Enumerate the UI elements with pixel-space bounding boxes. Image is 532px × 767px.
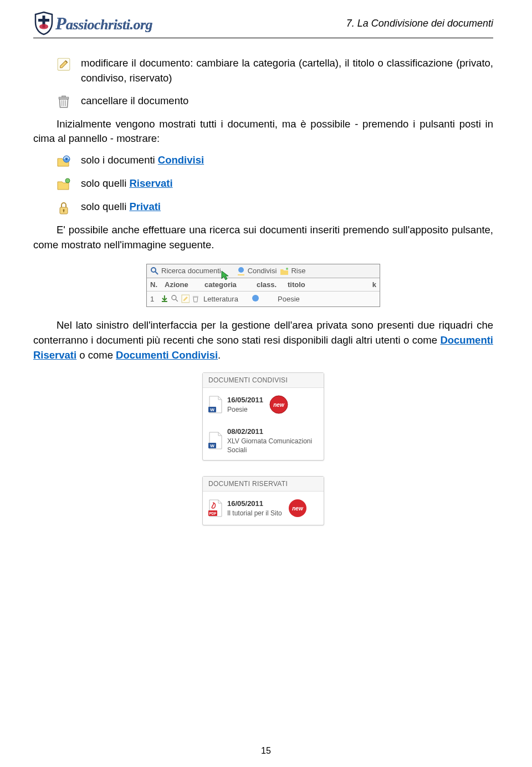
panel-condivisi: DOCUMENTI CONDIVISI W 16/05/2011 Poesie …	[202, 372, 324, 461]
toolbar-screenshot: Ricerca documenti Condivisi Rise N. Azio…	[146, 264, 380, 307]
svg-text:W: W	[210, 443, 214, 448]
page-number: 15	[0, 746, 532, 756]
panel-riservati-header: DOCUMENTI RISERVATI	[203, 477, 324, 492]
col-categoria: categoria	[204, 280, 249, 289]
page-header: Passiochristi.org 7. La Condivisione dei…	[33, 11, 493, 38]
svg-rect-4	[62, 96, 66, 97]
panel-item[interactable]: W 16/05/2011 Poesie new	[203, 388, 324, 421]
view-icon[interactable]	[171, 294, 180, 303]
col-k: k	[372, 280, 376, 289]
search-paragraph: E' possibile anche effettuare una ricerc…	[33, 223, 493, 253]
bullet-private: solo quelli Privati	[81, 200, 493, 214]
edit-row-icon[interactable]	[181, 294, 190, 303]
lock-icon	[57, 201, 71, 215]
col-n: N.	[150, 280, 157, 289]
svg-point-22	[252, 295, 259, 301]
word-doc-icon: W	[208, 396, 223, 413]
svg-point-9	[66, 158, 68, 160]
download-icon[interactable]	[160, 294, 169, 303]
svg-line-15	[155, 272, 158, 274]
svg-line-19	[176, 299, 178, 301]
panel-riservati: DOCUMENTI RISERVATI PDF 16/05/2011 Il tu…	[202, 476, 324, 525]
panel-condivisi-header: DOCUMENTI CONDIVISI	[203, 373, 324, 388]
link-condivisi[interactable]: Condivisi	[158, 154, 204, 166]
table-row: 1 Letteratura Poesie	[147, 292, 380, 306]
svg-point-17	[286, 268, 288, 270]
shared-button[interactable]: Condivisi	[237, 267, 277, 275]
svg-text:new: new	[292, 505, 304, 512]
svg-rect-21	[193, 296, 198, 297]
trash-row-icon[interactable]	[191, 294, 200, 303]
svg-rect-1	[38, 19, 49, 22]
shield-icon	[33, 11, 54, 35]
chapter-title: 7. La Condivisione dei documenti	[346, 18, 493, 29]
svg-point-14	[151, 268, 156, 272]
bullet-trash-text: cancellare il documento	[81, 94, 493, 109]
pdf-doc-icon: PDF	[208, 499, 223, 517]
col-azione: Azione	[165, 280, 197, 289]
bullet-shared: solo i documenti Condivisi	[81, 153, 493, 168]
edit-icon	[57, 57, 71, 71]
trash-icon	[57, 95, 71, 109]
svg-text:new: new	[273, 402, 285, 408]
word-doc-icon: W	[208, 432, 223, 449]
bullet-edit-text: modificare il documento: cambiare la cat…	[81, 56, 493, 86]
col-titolo: titolo	[288, 280, 365, 289]
bullet-reserved: solo quelli Riservati	[81, 176, 493, 191]
link-privati[interactable]: Privati	[129, 201, 161, 212]
search-button[interactable]: Ricerca documenti	[150, 267, 221, 275]
link-riservati[interactable]: Riservati	[129, 177, 172, 189]
class-icon	[251, 294, 260, 303]
svg-text:PDF: PDF	[209, 512, 217, 515]
new-badge-icon: new	[268, 393, 290, 416]
svg-point-10	[65, 178, 70, 183]
shared-folder-icon	[57, 154, 71, 168]
link-doc-condivisi[interactable]: Documenti Condivisi	[116, 349, 218, 361]
svg-point-16	[238, 267, 244, 273]
site-logo: Passiochristi.org	[33, 11, 152, 35]
left-panel-paragraph: Nel lato sinistro dell'interfaccia per l…	[33, 318, 493, 362]
panel-item[interactable]: W 08/02/2011 XLV Giornata Comunicazioni …	[203, 421, 324, 460]
panel-item[interactable]: PDF 16/05/2011 Il tutorial per il Sito n…	[203, 492, 324, 525]
col-class: class.	[257, 280, 280, 289]
logo-text: Passiochristi.org	[55, 13, 152, 34]
reserved-button[interactable]: Rise	[280, 267, 305, 275]
reserved-folder-icon	[57, 177, 71, 192]
svg-point-18	[172, 295, 176, 300]
intro-paragraph: Inizialmente vengono mostrati tutti i do…	[33, 117, 493, 147]
svg-text:W: W	[210, 407, 214, 412]
new-badge-icon: new	[287, 497, 309, 519]
